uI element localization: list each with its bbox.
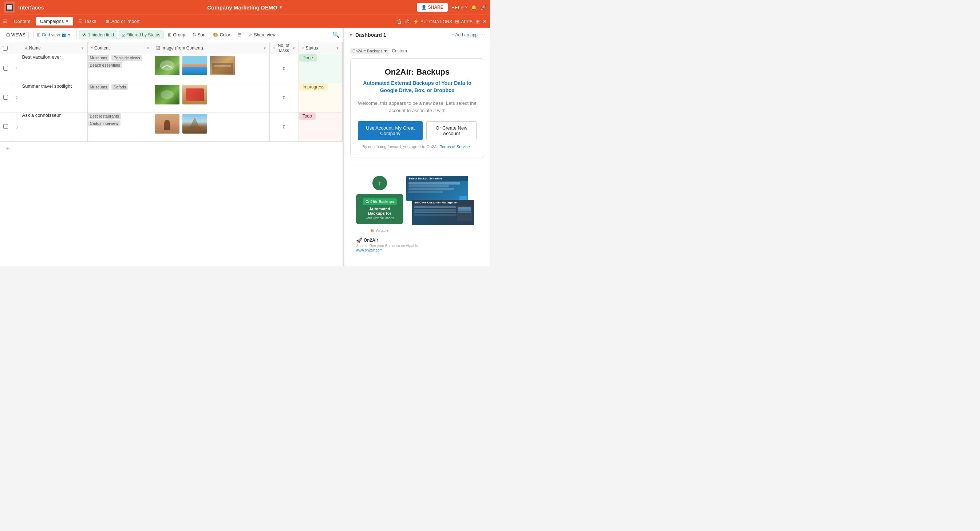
search-button[interactable]: 🔍: [332, 31, 340, 38]
page-title-dropdown[interactable]: ▼: [279, 5, 283, 10]
use-account-label: Use Account: My Great Company: [366, 125, 415, 136]
row1-tag-3[interactable]: Beach essentials: [88, 62, 123, 68]
sort-button[interactable]: ⇅ Sort: [190, 31, 208, 39]
col-header-content[interactable]: ≡ Content ▼: [88, 42, 153, 54]
row1-img-2: [182, 56, 207, 75]
status-col-arrow[interactable]: ▼: [336, 46, 339, 50]
row-height-button[interactable]: ☰: [234, 31, 244, 39]
source-tag[interactable]: On2Air: Backups ▼: [350, 48, 390, 54]
share-view-button[interactable]: ⤢ Share view: [246, 31, 278, 39]
row1-check[interactable]: [0, 54, 12, 83]
row3-tag-2[interactable]: Carlos interview: [88, 121, 121, 126]
collapse-icon[interactable]: ▼: [349, 32, 353, 38]
color-button[interactable]: 🎨 Color: [210, 31, 233, 39]
share-button[interactable]: 👤 SHARE: [417, 3, 448, 12]
data-table: A Name ▼ ≡ Content ▼: [0, 42, 342, 156]
col-header-check[interactable]: [0, 42, 12, 54]
content-col-arrow[interactable]: ▼: [146, 46, 150, 50]
tabs-bar-right: 🗑 ⏱ ⚡ AUTOMATIONS ⊞ APPS ⊞ ✕: [397, 19, 487, 24]
dashboard-content: On2Air: Backups ▼ Custom On2Air: Backups…: [344, 42, 490, 266]
grid-view-arrow: ▼: [67, 33, 71, 37]
row1-img-1: [155, 56, 180, 75]
page-title-text: Company Marketing DEMO: [207, 4, 277, 11]
row1-tag-2[interactable]: Poolside views: [111, 55, 142, 61]
toolbar-separator-2: [76, 31, 77, 38]
tab-add-import-label: Add or import: [111, 19, 139, 24]
promo-logo-sub: Your Airtable Bases: [360, 216, 399, 220]
row-height-icon: ☰: [237, 32, 241, 38]
dashboard-more-button[interactable]: ⋯: [480, 31, 486, 38]
row3-check[interactable]: [0, 113, 12, 141]
app-source-bar: On2Air: Backups ▼ Custom: [350, 48, 484, 54]
create-new-account-button[interactable]: Or Create New Account: [426, 121, 477, 140]
group-button[interactable]: ⊞ Group: [165, 31, 188, 39]
automations-button[interactable]: ⚡ AUTOMATIONS: [413, 19, 452, 24]
app-switcher-button[interactable]: 🚀: [480, 5, 486, 10]
row1-status[interactable]: Done: [299, 54, 342, 83]
row3-content[interactable]: Best restaurants Carlos interview: [88, 113, 153, 141]
row1-name[interactable]: Best vacation ever: [22, 54, 88, 83]
row1-images[interactable]: [153, 54, 269, 83]
tab-add-import[interactable]: ⊕ Add or import: [101, 17, 144, 25]
tos-link[interactable]: Terms of Service: [440, 145, 471, 149]
dashboard-title-text: Dashboard 1: [355, 32, 386, 38]
row3-tag-1[interactable]: Best restaurants: [88, 113, 121, 119]
notifications-button[interactable]: 🔔: [471, 5, 477, 10]
apps-button[interactable]: ⊞ APPS: [455, 19, 473, 24]
col-header-name[interactable]: A Name ▼: [22, 42, 88, 54]
row2-tag-2[interactable]: Safaris: [111, 84, 128, 90]
tasks-col-arrow[interactable]: ▼: [292, 46, 296, 50]
close-button[interactable]: ✕: [483, 19, 487, 24]
row2-tag-1[interactable]: Museums: [88, 84, 110, 90]
tab-campaigns-label: Campaigns: [40, 19, 64, 24]
row2-name[interactable]: Summer travel spotlight: [22, 83, 88, 113]
image-col-arrow[interactable]: ▼: [263, 46, 266, 50]
delete-button[interactable]: 🗑: [397, 19, 402, 24]
grid-view-button[interactable]: ⊞ Grid view 👥 ▼: [33, 30, 74, 39]
promo-screenshot: Select Backup Schedule: [406, 176, 478, 225]
filter-button[interactable]: ⧖ Filtered by Status: [119, 30, 164, 39]
custom-label: Custom: [392, 48, 407, 54]
hamburger-button[interactable]: ☰: [3, 19, 7, 24]
row2-content[interactable]: Museums Safaris: [88, 83, 153, 113]
row3-num: 3: [12, 113, 22, 141]
page-title: Company Marketing DEMO ▼: [207, 4, 283, 11]
row1-checkbox[interactable]: [3, 66, 8, 71]
row3-status[interactable]: Todo: [299, 113, 342, 141]
promo-left: ↑ On2Air Backups Automated Backups for Y…: [356, 176, 403, 233]
col-header-status[interactable]: ○ Status ▼: [299, 42, 342, 54]
search-icon: 🔍: [332, 32, 340, 38]
add-row-button[interactable]: +: [3, 143, 13, 155]
tab-content[interactable]: Content: [10, 17, 35, 25]
expand-button[interactable]: ⊞: [476, 19, 480, 24]
help-button[interactable]: HELP ?: [452, 5, 468, 10]
tab-tasks[interactable]: ☑ Tasks: [74, 17, 100, 25]
row1-status-badge: Done: [299, 54, 317, 62]
row2-checkbox[interactable]: [3, 95, 8, 100]
on2air-url: www.on2air.com: [356, 248, 478, 252]
tab-campaigns[interactable]: Campaigns ▼: [36, 17, 73, 25]
hidden-field-button[interactable]: 👁 1 hidden field: [79, 30, 117, 39]
dashboard-title: Dashboard 1: [355, 32, 386, 38]
row3-images[interactable]: [153, 113, 269, 141]
col-header-tasks[interactable]: ○ No. of Tasks ▼: [269, 42, 299, 54]
history-button[interactable]: ⏱: [405, 19, 410, 24]
row3-name-text: Ask a connoisseur: [22, 113, 61, 118]
row1-tag-1[interactable]: Museums: [88, 55, 110, 61]
table-row: 1 Best vacation ever Museums Poolside vi…: [0, 54, 342, 83]
select-all-checkbox[interactable]: [3, 46, 8, 51]
use-account-button[interactable]: Use Account: My Great Company: [358, 121, 423, 140]
views-button[interactable]: ⊞ VIEWS: [3, 30, 29, 39]
row2-check[interactable]: [0, 83, 12, 113]
row2-images[interactable]: [153, 83, 269, 113]
content-col-label: Content: [94, 46, 110, 51]
color-icon: 🎨: [213, 32, 218, 38]
name-col-arrow[interactable]: ▼: [81, 46, 84, 50]
source-label: On2Air: Backups: [352, 49, 383, 53]
row3-name[interactable]: Ask a connoisseur: [22, 113, 88, 141]
row1-content[interactable]: Museums Poolside views Beach essentials: [88, 54, 153, 83]
row3-checkbox[interactable]: [3, 124, 8, 129]
row2-status[interactable]: In progress: [299, 83, 342, 113]
add-an-app-button[interactable]: + Add an app: [452, 32, 477, 38]
col-header-image[interactable]: 🖼 Image (from Content) ▼: [153, 42, 269, 54]
